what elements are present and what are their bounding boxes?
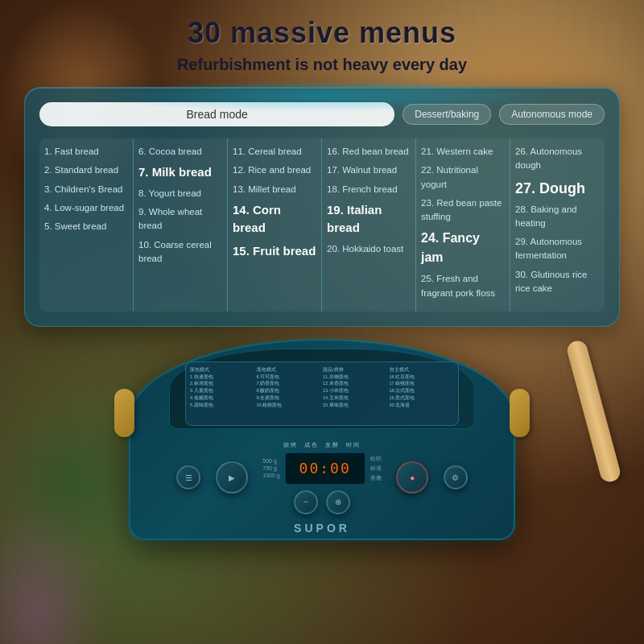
machine-display-col-1: 面包模式 1.快速面包 2.标准面包 3.儿童面包 4.低糖面包 5.甜味面包 (190, 366, 255, 421)
menu-item-4-5: 20. Hokkaido toast (327, 242, 411, 256)
option-soft: 松软 (370, 455, 382, 463)
menu-item-6-2: 27. Dough (515, 178, 600, 200)
option-crispy: 香脆 (370, 474, 382, 482)
label-bake: 成色 (304, 441, 319, 449)
menu-item-1-5: 5. Sweet bread (44, 220, 128, 233)
menu-item-6-1: 26. Autonomous dough (515, 145, 600, 173)
menu-item-6-3: 28. Baking and heating (515, 203, 600, 231)
menu-item-2-1: 6. Cocoa bread (138, 145, 222, 159)
label-weight: 烧烤 (283, 441, 298, 449)
menu-column-1: 1. Fast bread 2. Standard bread 3. Child… (39, 138, 134, 312)
menu-item-5-1: 21. Western cake (421, 145, 505, 159)
subtitle: Refurbishment is not heavy every day (177, 54, 467, 75)
menu-item-1-4: 4. Low-sugar bread (44, 201, 128, 215)
label-time: 时间 (346, 441, 361, 449)
btn-stop[interactable]: ● (396, 461, 428, 493)
menu-item-1-2: 2. Standard bread (44, 163, 128, 177)
menu-item-2-2: 7. Milk bread (138, 163, 222, 182)
tab-bread[interactable]: Bread mode (39, 102, 394, 126)
tab-dessert[interactable]: Dessert/baking (402, 104, 491, 125)
machine-handle-right (510, 389, 530, 437)
menu-item-4-3: 18. French bread (327, 183, 411, 196)
machine-section: 面包模式 1.快速面包 2.标准面包 3.儿童面包 4.低糖面包 5.甜味面包 … (24, 339, 620, 548)
menu-item-5-4: 24. Fancy jam (421, 229, 505, 267)
menu-icon: ☰ (185, 473, 192, 482)
weight-750: 750 g (262, 465, 279, 471)
menu-column-2: 6. Cocoa bread 7. Milk bread 8. Yogurt b… (134, 138, 228, 312)
minus-icon: − (303, 497, 308, 506)
option-standard: 标准 (370, 464, 382, 473)
machine-controls: ☰ ▶ 烧烤 成色 发酵 时间 500 g 750 g (169, 441, 475, 514)
menu-item-2-5: 10. Coarse cereal bread (138, 238, 222, 266)
menu-column-4: 16. Red bean bread 17. Walnut bread 18. … (322, 138, 416, 312)
menu-item-1-3: 3. Children's Bread (44, 183, 128, 196)
label-ferment: 发酵 (325, 441, 340, 449)
menu-item-4-2: 17. Walnut bread (327, 163, 411, 177)
lcd-time-display: 00:00 (285, 452, 365, 485)
machine-top-panel: 面包模式 1.快速面包 2.标准面包 3.儿童面包 4.低糖面包 5.甜味面包 … (169, 349, 475, 429)
menu-item-2-3: 8. Yogurt bread (138, 187, 222, 200)
btn-menu[interactable]: ☰ (176, 465, 200, 489)
brand-name: SUPOR (294, 522, 350, 535)
btn-minus[interactable]: − (294, 490, 318, 514)
menu-item-5-5: 25. Fresh and fragrant pork floss (421, 272, 505, 300)
menu-column-6: 26. Autonomous dough 27. Dough 28. Bakin… (510, 138, 605, 312)
settings-icon: ⚙ (452, 473, 459, 482)
rolling-pin (565, 339, 622, 484)
btn-plus-outer[interactable]: ⊕ (326, 490, 350, 514)
menu-item-2-4: 9. Whole wheat bread (138, 205, 222, 233)
machine-display-col-2: 面包模式 6.可可面包 7.奶香面包 8.酸奶面包 9.全麦面包 10.粗粮面包 (257, 366, 322, 421)
plus-icon: ⊕ (335, 497, 341, 506)
menu-item-6-4: 29. Autonomous fermentation (515, 235, 600, 263)
bread-machine-body: 面包模式 1.快速面包 2.标准面包 3.儿童面包 4.低糖面包 5.甜味面包 … (129, 339, 515, 540)
menu-item-1-1: 1. Fast bread (44, 145, 128, 159)
weight-500: 500 g (262, 458, 279, 464)
menu-grid: 1. Fast bread 2. Standard bread 3. Child… (39, 138, 605, 312)
menu-item-4-4: 19. Italian bread (327, 201, 411, 237)
menu-column-5: 21. Western cake 22. Nutritional yogurt … (416, 138, 510, 312)
btn-settings[interactable]: ⚙ (444, 465, 468, 489)
main-title: 30 massive menus (177, 16, 467, 50)
menu-item-6-5: 30. Glutinous rice rice cake (515, 268, 600, 296)
menu-item-4-1: 16. Red bean bread (327, 145, 411, 159)
machine-lcd-menu: 面包模式 1.快速面包 2.标准面包 3.儿童面包 4.低糖面包 5.甜味面包 … (185, 361, 459, 426)
menu-item-3-1: 11. Cereal bread (233, 145, 316, 159)
title-section: 30 massive menus Refurbishment is not he… (177, 16, 467, 75)
menu-item-3-4: 14. Corn bread (233, 201, 316, 237)
menu-item-3-5: 15. Fruit bread (233, 242, 316, 261)
menu-item-5-3: 23. Red bean paste stuffing (421, 196, 505, 225)
machine-display-col-3: 甜品/烘焙 11.谷物面包 12.米香面包 13.小米面包 14.玉米面包 15… (323, 366, 388, 421)
tab-autonomous[interactable]: Autonomous mode (499, 104, 605, 125)
stop-icon: ● (410, 473, 415, 482)
btn-start[interactable]: ▶ (216, 461, 248, 493)
weight-1000: 1000 g (262, 473, 279, 478)
tabs-row: Bread mode Dessert/baking Autonomous mod… (39, 102, 605, 126)
menu-item-3-2: 12. Rice and bread (233, 163, 316, 177)
start-icon: ▶ (229, 473, 235, 482)
menu-item-5-2: 22. Nutritional yogurt (421, 163, 505, 192)
menu-item-3-3: 13. Millet bread (233, 183, 316, 196)
menu-card: Bread mode Dessert/baking Autonomous mod… (24, 87, 620, 327)
machine-handle-left (114, 389, 134, 437)
machine-display-col-4: 自主模式 16.红豆面包 17.核桃面包 18.法式面包 19.意式面包 20.… (390, 366, 455, 421)
main-container: 30 massive menus Refurbishment is not he… (0, 0, 644, 644)
menu-column-3: 11. Cereal bread 12. Rice and bread 13. … (228, 138, 322, 312)
